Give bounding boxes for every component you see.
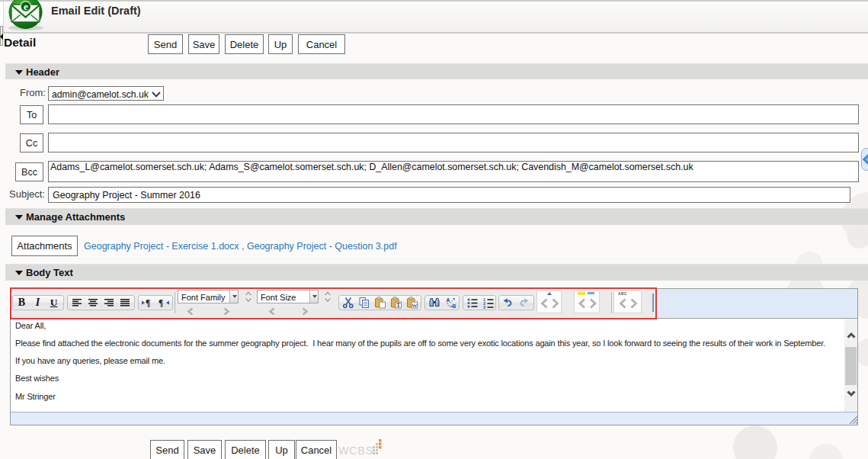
svg-text:e: e — [24, 1, 28, 12]
